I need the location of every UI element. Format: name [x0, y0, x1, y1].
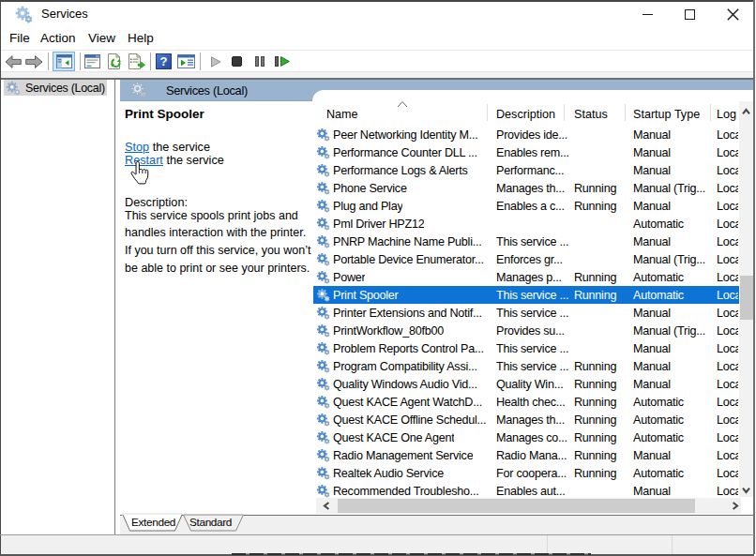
- svg-text:?: ?: [160, 54, 168, 68]
